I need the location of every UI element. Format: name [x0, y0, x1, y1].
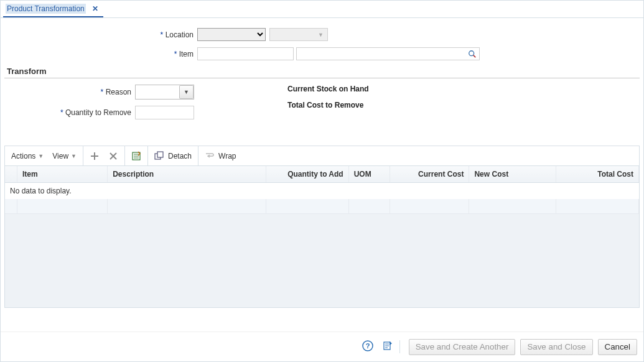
- col-uom[interactable]: UOM: [348, 166, 390, 182]
- transform-right-column: Current Stock on Hand Total Cost to Remo…: [287, 83, 369, 126]
- help-icon[interactable]: ?: [362, 340, 373, 353]
- footer-bar: ? Save and Create Another Save and Close…: [1, 332, 643, 361]
- content-scroll[interactable]: Location ▼ Item Transform Reason: [1, 18, 643, 332]
- detach-label: Detach: [168, 152, 192, 160]
- reason-combo[interactable]: ▼: [135, 85, 194, 100]
- item-description-lookup[interactable]: [296, 47, 480, 60]
- footer-icons: ?: [362, 340, 400, 353]
- col-current-cost[interactable]: Current Cost: [390, 166, 469, 182]
- items-table-empty-row: [5, 199, 639, 215]
- view-menu-label: View: [52, 152, 68, 160]
- delete-row-button[interactable]: [108, 151, 118, 161]
- cancel-button[interactable]: Cancel: [598, 339, 638, 355]
- col-selector: [5, 166, 17, 182]
- table-empty-message: No data to display.: [5, 183, 639, 199]
- save-and-create-another-button[interactable]: Save and Create Another: [409, 339, 516, 355]
- close-tab-icon[interactable]: ✕: [92, 4, 98, 13]
- wrap-label: Wrap: [218, 152, 236, 160]
- items-table: Item Description Quantity to Add UOM Cur…: [5, 166, 639, 183]
- items-table-panel: Actions ▼ View ▼: [4, 146, 640, 308]
- actions-menu[interactable]: Actions ▼: [11, 152, 44, 160]
- notes-icon[interactable]: [382, 340, 393, 353]
- wrap-icon: [205, 151, 215, 161]
- chevron-down-icon: ▼: [184, 89, 189, 95]
- section-title-transform: Transform: [4, 67, 640, 78]
- label-total-cost-remove: Total Cost to Remove: [287, 101, 369, 109]
- reason-combo-button[interactable]: ▼: [179, 85, 194, 99]
- col-new-cost[interactable]: New Cost: [469, 166, 556, 182]
- svg-point-0: [469, 50, 474, 55]
- tab-title: Product Transformation: [6, 4, 86, 14]
- label-item: Item: [4, 50, 197, 58]
- location-secondary-combo: ▼: [269, 28, 328, 41]
- svg-line-1: [474, 55, 476, 57]
- col-total-cost[interactable]: Total Cost: [556, 166, 638, 182]
- row-item: Item: [4, 47, 640, 60]
- quantity-to-remove-input[interactable]: [135, 106, 194, 119]
- col-description[interactable]: Description: [108, 166, 266, 182]
- label-qty-remove: Quantity to Remove: [4, 108, 135, 117]
- svg-text:?: ?: [365, 342, 370, 350]
- table-header-row: Item Description Quantity to Add UOM Cur…: [5, 166, 639, 182]
- item-input[interactable]: [197, 47, 294, 60]
- chevron-down-icon: ▼: [38, 153, 44, 159]
- row-location: Location ▼: [4, 28, 640, 41]
- label-location: Location: [4, 30, 197, 39]
- table-toolbar: Actions ▼ View ▼: [5, 146, 639, 166]
- reason-input[interactable]: [136, 85, 179, 99]
- view-menu[interactable]: View ▼: [52, 152, 77, 160]
- location-select[interactable]: [197, 28, 266, 41]
- detach-icon: [154, 151, 164, 161]
- search-icon: [468, 50, 477, 58]
- tab-product-transformation[interactable]: Product Transformation ✕: [3, 1, 103, 17]
- detach-button[interactable]: Detach: [154, 151, 192, 161]
- wrap-button[interactable]: Wrap: [205, 151, 236, 161]
- export-button[interactable]: [131, 151, 141, 161]
- transform-grid: Reason ▼ Quantity to Remove Current Stoc…: [4, 83, 640, 126]
- table-body-filler: [5, 214, 639, 307]
- svg-rect-4: [157, 152, 163, 157]
- tab-bar: Product Transformation ✕: [1, 1, 643, 18]
- label-current-stock: Current Stock on Hand: [287, 85, 369, 93]
- chevron-down-icon: ▼: [71, 153, 77, 159]
- chevron-down-icon: ▼: [318, 32, 324, 38]
- actions-menu-label: Actions: [11, 152, 35, 160]
- table-row: [5, 199, 639, 214]
- transform-left-column: Reason ▼ Quantity to Remove: [4, 83, 194, 126]
- add-row-button[interactable]: [90, 151, 100, 161]
- col-item[interactable]: Item: [17, 166, 107, 182]
- label-reason: Reason: [4, 88, 135, 96]
- save-and-close-button[interactable]: Save and Close: [520, 339, 592, 355]
- window: Product Transformation ✕ Location ▼ Item: [0, 0, 644, 362]
- col-qty-add[interactable]: Quantity to Add: [266, 166, 348, 182]
